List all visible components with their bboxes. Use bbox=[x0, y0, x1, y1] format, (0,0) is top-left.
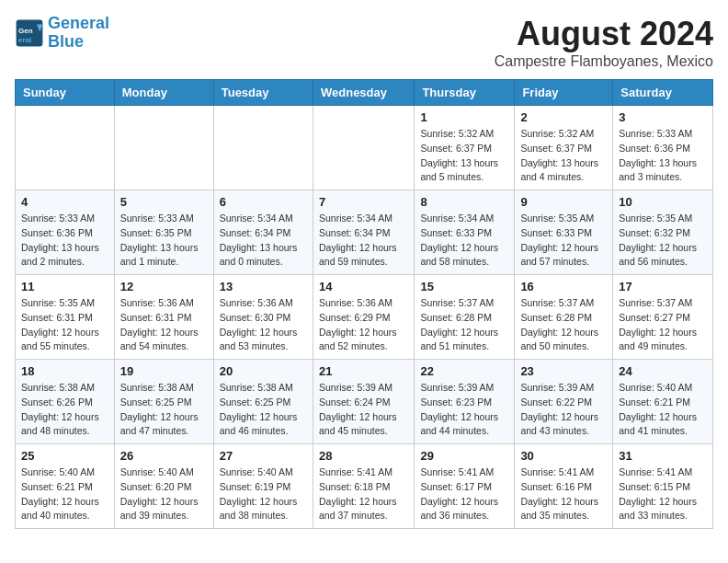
calendar-cell: 24Sunrise: 5:40 AM Sunset: 6:21 PM Dayli… bbox=[613, 360, 713, 444]
calendar-cell bbox=[213, 106, 313, 190]
calendar-cell: 31Sunrise: 5:41 AM Sunset: 6:15 PM Dayli… bbox=[613, 444, 713, 529]
cell-day-number: 15 bbox=[420, 280, 508, 293]
calendar-week-row: 25Sunrise: 5:40 AM Sunset: 6:21 PM Dayli… bbox=[16, 444, 713, 529]
calendar-cell: 13Sunrise: 5:36 AM Sunset: 6:30 PM Dayli… bbox=[213, 275, 313, 360]
cell-day-number: 23 bbox=[520, 364, 607, 378]
calendar-cell: 17Sunrise: 5:37 AM Sunset: 6:27 PM Dayli… bbox=[613, 275, 713, 360]
cell-info: Sunrise: 5:35 AM Sunset: 6:33 PM Dayligh… bbox=[520, 212, 607, 270]
calendar-day-header: Monday bbox=[114, 80, 213, 106]
logo: Gen eral General Blue bbox=[15, 15, 109, 52]
cell-day-number: 13 bbox=[220, 280, 307, 293]
cell-day-number: 2 bbox=[520, 110, 607, 124]
cell-info: Sunrise: 5:36 AM Sunset: 6:30 PM Dayligh… bbox=[220, 296, 307, 354]
cell-day-number: 30 bbox=[520, 449, 607, 463]
calendar-cell: 28Sunrise: 5:41 AM Sunset: 6:18 PM Dayli… bbox=[313, 444, 414, 529]
calendar-week-row: 18Sunrise: 5:38 AM Sunset: 6:26 PM Dayli… bbox=[16, 360, 713, 444]
cell-info: Sunrise: 5:32 AM Sunset: 6:37 PM Dayligh… bbox=[520, 127, 607, 185]
calendar-day-header: Wednesday bbox=[313, 80, 414, 106]
calendar-cell: 30Sunrise: 5:41 AM Sunset: 6:16 PM Dayli… bbox=[515, 444, 613, 529]
cell-info: Sunrise: 5:34 AM Sunset: 6:34 PM Dayligh… bbox=[220, 212, 307, 270]
calendar-cell: 19Sunrise: 5:38 AM Sunset: 6:25 PM Dayli… bbox=[114, 360, 213, 444]
cell-info: Sunrise: 5:36 AM Sunset: 6:29 PM Dayligh… bbox=[319, 296, 408, 354]
calendar-cell: 15Sunrise: 5:37 AM Sunset: 6:28 PM Dayli… bbox=[415, 275, 515, 360]
cell-info: Sunrise: 5:33 AM Sunset: 6:35 PM Dayligh… bbox=[120, 212, 208, 270]
calendar-cell bbox=[16, 106, 115, 190]
calendar-week-row: 4Sunrise: 5:33 AM Sunset: 6:36 PM Daylig… bbox=[16, 190, 713, 275]
calendar-cell: 9Sunrise: 5:35 AM Sunset: 6:33 PM Daylig… bbox=[515, 190, 613, 275]
cell-day-number: 9 bbox=[520, 195, 607, 209]
cell-day-number: 11 bbox=[21, 280, 108, 293]
calendar-cell: 5Sunrise: 5:33 AM Sunset: 6:35 PM Daylig… bbox=[114, 190, 213, 275]
calendar-body: 1Sunrise: 5:32 AM Sunset: 6:37 PM Daylig… bbox=[16, 106, 713, 529]
calendar-day-header: Friday bbox=[515, 80, 613, 106]
calendar-cell: 29Sunrise: 5:41 AM Sunset: 6:17 PM Dayli… bbox=[415, 444, 515, 529]
cell-info: Sunrise: 5:34 AM Sunset: 6:34 PM Dayligh… bbox=[319, 212, 408, 270]
cell-day-number: 6 bbox=[220, 195, 307, 209]
cell-day-number: 19 bbox=[120, 364, 208, 378]
calendar-cell: 7Sunrise: 5:34 AM Sunset: 6:34 PM Daylig… bbox=[313, 190, 414, 275]
cell-day-number: 7 bbox=[319, 195, 408, 209]
cell-day-number: 25 bbox=[21, 449, 108, 463]
cell-info: Sunrise: 5:41 AM Sunset: 6:18 PM Dayligh… bbox=[319, 465, 408, 523]
calendar-day-header: Saturday bbox=[613, 80, 713, 106]
calendar-cell: 2Sunrise: 5:32 AM Sunset: 6:37 PM Daylig… bbox=[515, 106, 613, 190]
cell-day-number: 3 bbox=[619, 110, 707, 124]
calendar-day-header: Tuesday bbox=[213, 80, 313, 106]
calendar-cell: 8Sunrise: 5:34 AM Sunset: 6:33 PM Daylig… bbox=[415, 190, 515, 275]
cell-info: Sunrise: 5:37 AM Sunset: 6:27 PM Dayligh… bbox=[619, 296, 707, 354]
cell-day-number: 21 bbox=[319, 364, 408, 378]
svg-text:eral: eral bbox=[18, 35, 31, 43]
cell-info: Sunrise: 5:37 AM Sunset: 6:28 PM Dayligh… bbox=[420, 296, 508, 354]
calendar-cell: 27Sunrise: 5:40 AM Sunset: 6:19 PM Dayli… bbox=[213, 444, 313, 529]
cell-info: Sunrise: 5:33 AM Sunset: 6:36 PM Dayligh… bbox=[21, 212, 108, 270]
cell-day-number: 27 bbox=[220, 449, 307, 463]
cell-info: Sunrise: 5:39 AM Sunset: 6:23 PM Dayligh… bbox=[420, 381, 508, 439]
calendar-day-header: Thursday bbox=[415, 80, 515, 106]
cell-info: Sunrise: 5:37 AM Sunset: 6:28 PM Dayligh… bbox=[520, 296, 607, 354]
logo-text: General Blue bbox=[48, 15, 109, 52]
calendar-cell: 10Sunrise: 5:35 AM Sunset: 6:32 PM Dayli… bbox=[613, 190, 713, 275]
cell-day-number: 18 bbox=[21, 364, 108, 378]
calendar-cell: 6Sunrise: 5:34 AM Sunset: 6:34 PM Daylig… bbox=[213, 190, 313, 275]
cell-info: Sunrise: 5:38 AM Sunset: 6:25 PM Dayligh… bbox=[120, 381, 208, 439]
cell-info: Sunrise: 5:34 AM Sunset: 6:33 PM Dayligh… bbox=[420, 212, 508, 270]
cell-day-number: 5 bbox=[120, 195, 208, 209]
calendar-cell: 22Sunrise: 5:39 AM Sunset: 6:23 PM Dayli… bbox=[415, 360, 515, 444]
cell-day-number: 4 bbox=[21, 195, 108, 209]
cell-info: Sunrise: 5:40 AM Sunset: 6:19 PM Dayligh… bbox=[220, 465, 307, 523]
cell-info: Sunrise: 5:33 AM Sunset: 6:36 PM Dayligh… bbox=[619, 127, 707, 185]
cell-info: Sunrise: 5:41 AM Sunset: 6:16 PM Dayligh… bbox=[520, 465, 607, 523]
cell-day-number: 16 bbox=[520, 280, 607, 293]
calendar-cell: 3Sunrise: 5:33 AM Sunset: 6:36 PM Daylig… bbox=[613, 106, 713, 190]
cell-info: Sunrise: 5:39 AM Sunset: 6:22 PM Dayligh… bbox=[520, 381, 607, 439]
cell-info: Sunrise: 5:36 AM Sunset: 6:31 PM Dayligh… bbox=[120, 296, 208, 354]
calendar-title: August 2024 bbox=[495, 15, 713, 53]
calendar-cell bbox=[313, 106, 414, 190]
calendar-cell: 26Sunrise: 5:40 AM Sunset: 6:20 PM Dayli… bbox=[114, 444, 213, 529]
calendar-day-header: Sunday bbox=[16, 80, 115, 106]
cell-day-number: 20 bbox=[220, 364, 307, 378]
svg-text:Gen: Gen bbox=[18, 27, 33, 35]
calendar-cell: 1Sunrise: 5:32 AM Sunset: 6:37 PM Daylig… bbox=[415, 106, 515, 190]
cell-day-number: 14 bbox=[319, 280, 408, 293]
calendar-cell: 21Sunrise: 5:39 AM Sunset: 6:24 PM Dayli… bbox=[313, 360, 414, 444]
cell-info: Sunrise: 5:32 AM Sunset: 6:37 PM Dayligh… bbox=[420, 127, 508, 185]
cell-info: Sunrise: 5:39 AM Sunset: 6:24 PM Dayligh… bbox=[319, 381, 408, 439]
cell-day-number: 29 bbox=[420, 449, 508, 463]
calendar-header-row: SundayMondayTuesdayWednesdayThursdayFrid… bbox=[16, 80, 713, 106]
calendar-cell: 11Sunrise: 5:35 AM Sunset: 6:31 PM Dayli… bbox=[16, 275, 115, 360]
cell-info: Sunrise: 5:38 AM Sunset: 6:25 PM Dayligh… bbox=[220, 381, 307, 439]
cell-info: Sunrise: 5:38 AM Sunset: 6:26 PM Dayligh… bbox=[21, 381, 108, 439]
page-header: Gen eral General Blue August 2024 Campes… bbox=[15, 15, 713, 70]
calendar-cell bbox=[114, 106, 213, 190]
cell-day-number: 24 bbox=[619, 364, 707, 378]
logo-icon: Gen eral bbox=[15, 18, 44, 48]
title-block: August 2024 Campestre Flamboyanes, Mexic… bbox=[495, 15, 713, 70]
calendar-week-row: 1Sunrise: 5:32 AM Sunset: 6:37 PM Daylig… bbox=[16, 106, 713, 190]
calendar-cell: 20Sunrise: 5:38 AM Sunset: 6:25 PM Dayli… bbox=[213, 360, 313, 444]
cell-info: Sunrise: 5:40 AM Sunset: 6:20 PM Dayligh… bbox=[120, 465, 208, 523]
cell-day-number: 22 bbox=[420, 364, 508, 378]
cell-day-number: 26 bbox=[120, 449, 208, 463]
cell-info: Sunrise: 5:35 AM Sunset: 6:32 PM Dayligh… bbox=[619, 212, 707, 270]
cell-info: Sunrise: 5:35 AM Sunset: 6:31 PM Dayligh… bbox=[21, 296, 108, 354]
